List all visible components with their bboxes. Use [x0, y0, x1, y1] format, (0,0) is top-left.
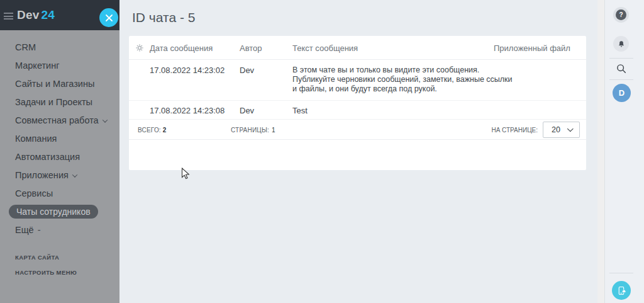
- per-page-value: 20: [552, 125, 560, 134]
- brand-logo[interactable]: Dev24: [17, 8, 55, 22]
- table-footer: ВСЕГО:2 СТРАНИЦЫ:1 НА СТРАНИЦЕ: 20: [129, 120, 586, 140]
- sidebar-item-apps[interactable]: Приложения: [0, 166, 119, 185]
- table-empty-area: [129, 140, 586, 169]
- top-brand-bar: Dev24: [0, 0, 119, 30]
- avatar[interactable]: D: [613, 84, 631, 102]
- chevron-down-icon: [72, 173, 77, 178]
- pages-value: 1: [272, 127, 275, 134]
- per-page-select[interactable]: 20: [543, 122, 580, 138]
- table-row[interactable]: 17.08.2022 14:23:02 Dev В этом чате вы и…: [129, 60, 586, 101]
- mobile-app-button[interactable]: [612, 281, 631, 300]
- sitemap-link[interactable]: КАРТА САЙТА: [0, 250, 119, 265]
- sidebar-item-employee-chats[interactable]: Чаты сотрудников: [0, 203, 119, 221]
- app-screen: Dev24 CRM Маркетинг Сайты и Магазины Зад…: [0, 0, 644, 303]
- sidebar-item-automation[interactable]: Автоматизация: [0, 148, 119, 166]
- column-header-file[interactable]: Приложенный файл: [494, 43, 570, 53]
- configure-menu-link[interactable]: НАСТРОИТЬ МЕНЮ: [0, 265, 119, 280]
- divider: [609, 79, 633, 80]
- column-header-author[interactable]: Автор: [240, 43, 262, 53]
- more-dash: -: [38, 225, 41, 235]
- sidebar-item-company[interactable]: Компания: [0, 130, 119, 148]
- total-value: 2: [163, 127, 167, 134]
- gear-icon[interactable]: [135, 43, 144, 52]
- sidebar-item-crm[interactable]: CRM: [0, 38, 119, 57]
- notifications-button[interactable]: [613, 36, 629, 52]
- sidebar-item-services[interactable]: Сервисы: [0, 185, 119, 203]
- brand-accent: 24: [41, 8, 55, 21]
- cell-message-text: Test: [292, 106, 308, 115]
- device-cloud-icon: [616, 285, 627, 296]
- help-button[interactable]: ?: [613, 7, 629, 23]
- per-page-label: НА СТРАНИЦЕ:: [491, 127, 538, 134]
- cell-author: Dev: [240, 66, 254, 75]
- messages-table: Дата сообщения Автор Текст сообщения При…: [129, 36, 586, 170]
- total-count: ВСЕГО:2: [138, 127, 167, 134]
- search-icon: [616, 63, 627, 74]
- active-item-pill: Чаты сотрудников: [9, 205, 98, 219]
- sidebar-menu: CRM Маркетинг Сайты и Магазины Задачи и …: [0, 30, 119, 280]
- table-row[interactable]: 17.08.2022 14:23:08 Dev Test: [129, 101, 586, 120]
- left-sidebar: Dev24 CRM Маркетинг Сайты и Магазины Зад…: [0, 0, 119, 303]
- cell-author: Dev: [240, 106, 254, 115]
- brand-name: Dev: [17, 8, 39, 21]
- sidebar-item-more[interactable]: Ещё-: [0, 221, 119, 239]
- main-content: ID чата - 5 Дата сообщения Автор Текст с…: [119, 0, 597, 303]
- column-header-date[interactable]: Дата сообщения: [150, 43, 213, 53]
- chevron-down-icon: [102, 118, 107, 123]
- close-menu-button[interactable]: [99, 8, 118, 27]
- scrollbar-track[interactable]: [597, 0, 604, 303]
- sidebar-item-sites[interactable]: Сайты и Магазины: [0, 75, 119, 93]
- hamburger-menu-icon[interactable]: [4, 13, 13, 20]
- cell-date: 17.08.2022 14:23:02: [150, 66, 225, 75]
- chevron-down-icon: [567, 125, 574, 132]
- table-header-row: Дата сообщения Автор Текст сообщения При…: [129, 36, 586, 60]
- cell-date: 17.08.2022 14:23:08: [150, 106, 225, 115]
- right-toolbar: ? D: [604, 0, 644, 303]
- bell-icon: [617, 40, 626, 49]
- divider: [609, 273, 633, 273]
- search-button[interactable]: [616, 63, 627, 74]
- divider: [609, 58, 633, 59]
- sidebar-item-collaboration[interactable]: Совместная работа: [0, 111, 119, 130]
- column-header-text[interactable]: Текст сообщения: [292, 43, 358, 53]
- sidebar-footer: КАРТА САЙТА НАСТРОИТЬ МЕНЮ: [0, 250, 119, 280]
- cell-message-text: В этом чате вы и только вы видите эти со…: [292, 66, 513, 94]
- close-icon: [106, 14, 113, 21]
- sidebar-item-marketing[interactable]: Маркетинг: [0, 57, 119, 75]
- sidebar-item-tasks[interactable]: Задачи и Проекты: [0, 93, 119, 111]
- question-mark-icon: ?: [616, 9, 626, 20]
- mouse-cursor: [181, 168, 191, 180]
- page-title: ID чата - 5: [132, 10, 195, 25]
- pages-count: СТРАНИЦЫ:1: [231, 127, 275, 134]
